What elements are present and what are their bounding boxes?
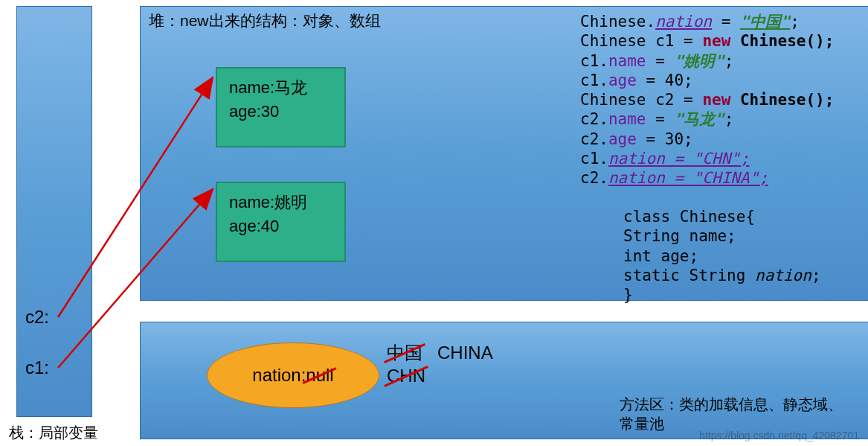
obj1-age: age:30 (229, 100, 332, 124)
nation-label: nation: (252, 365, 306, 385)
nation-val-china: CHINA (437, 341, 493, 364)
nation-ellipse: nation:null (207, 343, 379, 408)
stack-panel (16, 6, 92, 417)
stack-var-c2: c2: (25, 307, 49, 328)
stack-caption: 栈：局部变量 (9, 423, 98, 443)
watermark: https://blog.csdn.net/qq_42082701 (699, 430, 859, 442)
class-definition: class Chinese{ String name; int age; sta… (623, 207, 821, 305)
obj1-name: name:马龙 (229, 76, 332, 100)
heap-object-1: name:马龙 age:30 (216, 67, 346, 147)
nation-values: 中国 CHINA CHN (387, 341, 493, 387)
heap-title: 堆：new出来的结构：对象、数组 (149, 10, 381, 31)
nation-val-chn: CHN (387, 364, 425, 387)
stack-var-c1: c1: (25, 357, 49, 378)
nation-null: null (306, 365, 333, 386)
obj2-age: age:40 (229, 214, 332, 238)
heap-object-2: name:姚明 age:40 (216, 182, 346, 262)
diagram-stage: c2: c1: 栈：局部变量 堆：new出来的结构：对象、数组 name:马龙 … (0, 0, 868, 446)
code-block: Chinese.nation = "中国"; Chinese c1 = new … (580, 12, 834, 188)
obj2-name: name:姚明 (229, 191, 332, 214)
nation-val-zhongguo: 中国 (387, 341, 422, 364)
method-area-caption: 方法区：类的加载信息、静态域、常量池 (620, 395, 850, 433)
